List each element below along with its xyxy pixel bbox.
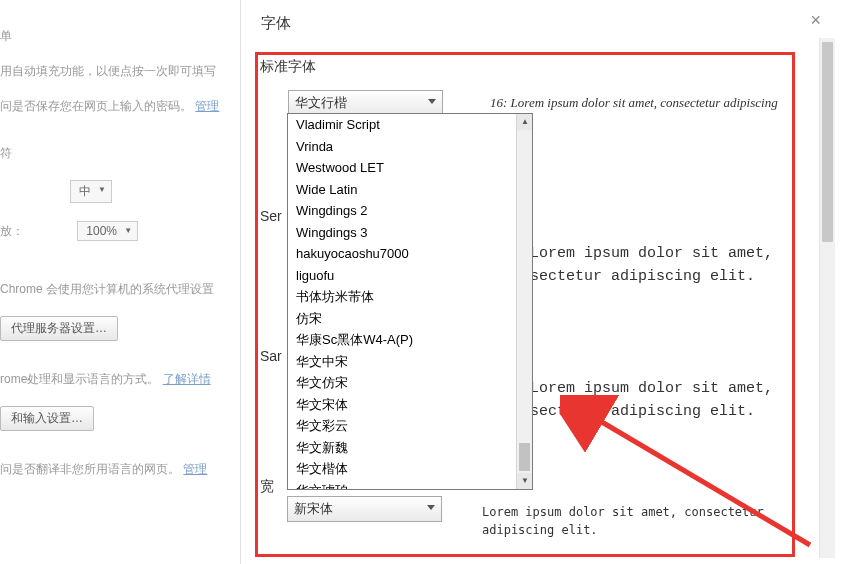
bg-zoom-label: 放： <box>0 224 24 238</box>
font-option[interactable]: 仿宋 <box>288 308 532 330</box>
bg-zoom-select[interactable]: 100% <box>77 221 138 241</box>
width-section: 宽 <box>260 478 274 496</box>
bg-proxy-button[interactable]: 代理服务器设置… <box>0 316 118 341</box>
bg-autofill-text: 用自动填充功能，以便点按一次即可填写 <box>0 63 240 80</box>
dropdown-scrollbar[interactable]: ▲ ▼ <box>516 114 532 489</box>
bg-lang-link[interactable]: 了解详情 <box>163 372 211 386</box>
standard-font-value: 华文行楷 <box>295 95 347 110</box>
scroll-down-arrow-icon[interactable]: ▼ <box>517 473 533 489</box>
bg-zoom-row: 放： 100% <box>0 221 240 241</box>
font-option[interactable]: 华康Sc黑体W4-A(P) <box>288 329 532 351</box>
standard-font-preview: 16: Lorem ipsum dolor sit amet, consecte… <box>490 93 780 132</box>
font-option[interactable]: 华文仿宋 <box>288 372 532 394</box>
font-option[interactable]: Wide Latin <box>288 179 532 201</box>
bg-input-button[interactable]: 和输入设置… <box>0 406 94 431</box>
sans-font-preview: Lorem ipsum dolor sit amet, sectetur adi… <box>530 378 790 423</box>
font-option[interactable]: liguofu <box>288 265 532 287</box>
background-settings-panel: 单 用自动填充功能，以便点按一次即可填写 问是否保存您在网页上输入的密码。 管理… <box>0 0 240 564</box>
modal-scrollbar[interactable] <box>819 38 835 558</box>
fixed-width-font-value: 新宋体 <box>294 501 333 516</box>
bg-heading: 单 <box>0 28 240 45</box>
font-option[interactable]: 华文彩云 <box>288 415 532 437</box>
font-option[interactable]: 华文中宋 <box>288 351 532 373</box>
dropdown-triangle-icon <box>427 505 435 510</box>
serif-font-preview: Lorem ipsum dolor sit amet, sectetur adi… <box>530 243 790 288</box>
fixed-width-font-select[interactable]: 新宋体 <box>287 496 442 522</box>
modal-scrollbar-thumb[interactable] <box>822 42 833 242</box>
font-option[interactable]: hakuyocaoshu7000 <box>288 243 532 265</box>
sans-section: Sar <box>260 348 282 364</box>
serif-font-label: Ser <box>260 208 282 224</box>
font-option[interactable]: 华文楷体 <box>288 458 532 480</box>
bg-translate-row: 问是否翻译非您所用语言的网页。 管理 <box>0 461 240 478</box>
bg-lang-select-row: 中 <box>70 180 240 203</box>
bg-translate-text: 问是否翻译非您所用语言的网页。 <box>0 462 180 476</box>
scroll-up-arrow-icon[interactable]: ▲ <box>517 114 533 130</box>
bg-input-button-row: 和输入设置… <box>0 406 240 431</box>
modal-title: 字体 <box>241 0 835 47</box>
bg-translate-manage-link[interactable]: 管理 <box>183 462 207 476</box>
font-dropdown-list[interactable]: Vladimir ScriptVrindaWestwood LETWide La… <box>287 113 533 490</box>
font-option[interactable]: Wingdings 2 <box>288 200 532 222</box>
bg-proxy-text: Chrome 会使用您计算机的系统代理设置 <box>0 281 240 298</box>
bg-proxy-button-row: 代理服务器设置… <box>0 316 240 341</box>
font-option[interactable]: Vladimir Script <box>288 114 532 136</box>
sans-font-label: Sar <box>260 348 282 364</box>
bg-password-manage-link[interactable]: 管理 <box>195 99 219 113</box>
font-option[interactable]: 华文琥珀 <box>288 480 532 491</box>
font-option[interactable]: 华文新魏 <box>288 437 532 459</box>
font-option[interactable]: Wingdings 3 <box>288 222 532 244</box>
bg-lang-row: rome处理和显示语言的方式。 了解详情 <box>0 371 240 388</box>
close-button[interactable]: × <box>810 10 821 31</box>
font-option[interactable]: Vrinda <box>288 136 532 158</box>
width-font-preview: Lorem ipsum dolor sit amet, consectetur … <box>482 503 782 539</box>
bg-password-text: 问是否保存您在网页上输入的密码。 <box>0 99 192 113</box>
bg-font-heading: 符 <box>0 145 240 162</box>
font-option[interactable]: Westwood LET <box>288 157 532 179</box>
serif-section: Ser <box>260 208 282 234</box>
width-font-label: 宽 <box>260 478 274 494</box>
bg-lang-text: rome处理和显示语言的方式。 <box>0 372 159 386</box>
dropdown-triangle-icon <box>428 99 436 104</box>
standard-font-label: 标准字体 <box>260 58 790 76</box>
bg-password-row: 问是否保存您在网页上输入的密码。 管理 <box>0 98 240 115</box>
font-option[interactable]: 华文宋体 <box>288 394 532 416</box>
bg-language-select[interactable]: 中 <box>70 180 112 203</box>
dropdown-scrollbar-thumb[interactable] <box>519 443 530 471</box>
font-option[interactable]: 书体坊米芾体 <box>288 286 532 308</box>
